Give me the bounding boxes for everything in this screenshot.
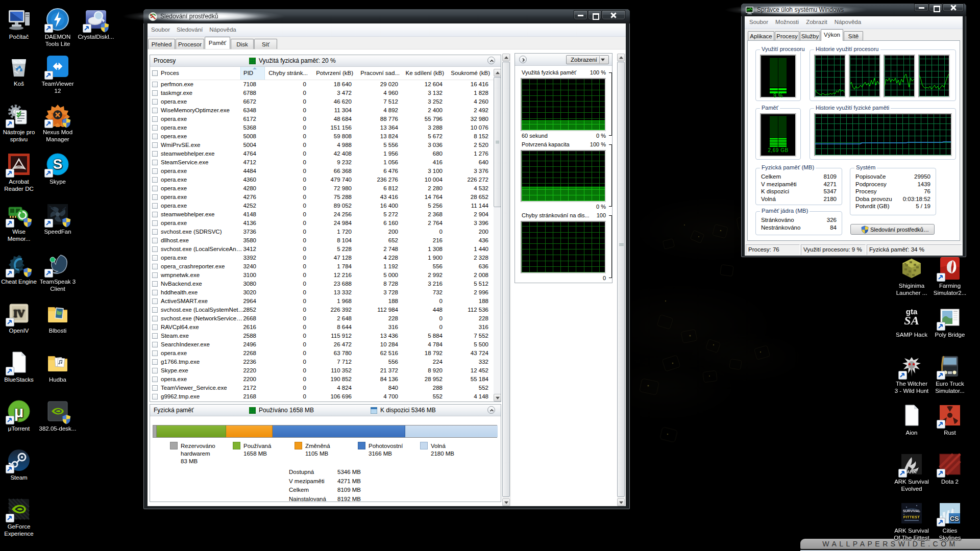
svg-text:SURVIVAL: SURVIVAL xyxy=(903,509,921,513)
svg-text:µ: µ xyxy=(14,403,23,421)
svg-text:CS: CS xyxy=(950,515,959,522)
svg-text:SA: SA xyxy=(904,314,919,327)
svg-text:ARK: ARK xyxy=(906,469,917,474)
svg-text:IV: IV xyxy=(13,308,25,319)
svg-text:S: S xyxy=(53,156,63,172)
svg-text:FITTEST: FITTEST xyxy=(903,515,920,519)
